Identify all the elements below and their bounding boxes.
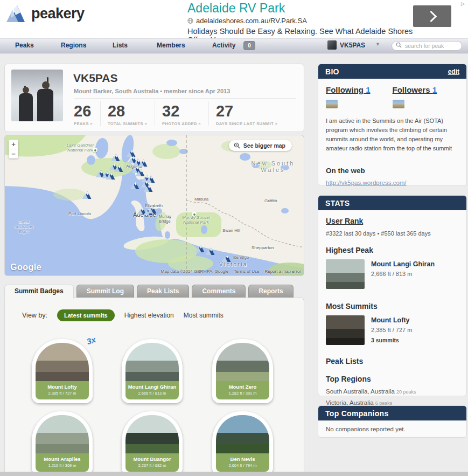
follower-user-thumb[interactable] — [393, 100, 404, 108]
activity-count-badge[interactable]: 0 — [243, 41, 255, 50]
zoom-out-button[interactable]: − — [9, 149, 18, 158]
google-logo[interactable]: Google — [10, 263, 41, 272]
badge-photo — [125, 415, 179, 453]
peak-marker-icon[interactable] — [82, 191, 92, 202]
peak-marker-icon[interactable] — [130, 181, 140, 192]
badge-band: Mount Zero 1,282 ft / 391 m — [216, 381, 269, 399]
user-menu[interactable]: VK5PAS — [340, 42, 365, 49]
tab-summit-badges[interactable]: Summit Badges — [4, 285, 74, 299]
profile-subtitle: Mount Barker, South Australia • member s… — [74, 88, 230, 94]
magnifier-plus-icon — [234, 142, 240, 149]
badge-name: Mount Buangor — [125, 456, 179, 462]
top-regions-heading: Top Regions — [326, 375, 459, 383]
terms-of-use-link[interactable]: Terms of Use — [234, 269, 259, 274]
highest-peak-name[interactable]: Mount Langi Ghiran — [371, 260, 435, 268]
highest-peak-photo[interactable] — [326, 259, 365, 289]
stat-photos-added[interactable]: 32 PHOTOS ADDED » — [162, 101, 209, 126]
ad-url-row: adelaideshores.com.au/RV.Park.SA — [187, 17, 414, 25]
view-by-latest-summits[interactable]: Latest summits — [57, 309, 115, 321]
stat-peaks[interactable]: 26 PEAKS » — [74, 101, 101, 126]
summit-badge-mount-zero[interactable]: Mount Zero 1,282 ft / 391 m — [212, 339, 273, 403]
edit-bio-link[interactable]: edit — [448, 68, 459, 75]
zoom-in-button[interactable]: + — [9, 140, 18, 149]
summit-badge-mount-lofty[interactable]: 3x Mount Lofty 2,385 ft / 727 m — [32, 339, 93, 403]
ad-next-button[interactable] — [413, 5, 451, 27]
peak-marker-icon[interactable] — [221, 254, 232, 265]
nav-item-members[interactable]: Members — [157, 42, 185, 49]
user-rank-link[interactable]: User Rank — [326, 217, 363, 225]
badge-multiplier: 3x — [86, 335, 97, 346]
badge-elevation: 1,210 ft / 369 m — [36, 463, 89, 468]
photo-figure-head — [23, 87, 29, 93]
mountain-logo-icon — [5, 3, 28, 24]
view-by-highest-elevation[interactable]: Highest elevation — [124, 312, 174, 319]
stat-value: 32 — [162, 103, 201, 119]
summit-badge-ben-nevis[interactable]: Ben Nevis 2,604 ft / 794 m — [212, 411, 273, 475]
chevron-down-icon[interactable]: ▼ — [375, 42, 380, 47]
badge-elevation: 2,385 ft / 727 m — [36, 391, 89, 396]
tab-comments[interactable]: Comments — [192, 285, 246, 298]
most-summits-count: 3 summits — [371, 337, 412, 343]
followers-link[interactable]: Followers 1 — [393, 85, 437, 94]
peak-marker-icon[interactable] — [143, 184, 153, 195]
peak-marker-icon[interactable] — [147, 205, 157, 216]
following-label: Following — [326, 85, 366, 94]
photo-figure-head — [42, 81, 50, 89]
nav-item-activity[interactable]: Activity — [212, 42, 235, 49]
summit-badge-mount-arapiles[interactable]: Mount Arapiles 1,210 ft / 369 m — [32, 411, 93, 475]
map-zoom-control: + − — [9, 140, 18, 158]
highest-peak-info: Mount Langi Ghiran 2,666 ft / 813 m — [371, 259, 435, 289]
profile-photo[interactable] — [11, 70, 63, 121]
globe-icon — [187, 18, 193, 24]
most-summits-peak-name[interactable]: Mount Lofty — [371, 316, 412, 324]
ad-title-link[interactable]: Adelaide RV Park — [187, 1, 414, 15]
stats-card: STATS User Rank #3322 last 30 days • #55… — [318, 195, 467, 396]
top-companions-card: Top Companions No companions reported ye… — [318, 405, 467, 438]
nav-item-peaks[interactable]: Peaks — [15, 42, 34, 49]
highest-peak-elevation: 2,666 ft / 813 m — [371, 271, 435, 277]
following-user-thumb[interactable] — [326, 100, 338, 108]
peakery-logo[interactable]: peakery — [5, 3, 85, 24]
following-count: 1 — [366, 85, 370, 94]
following-column: Following 1 — [326, 85, 393, 108]
peak-marker-icon[interactable] — [195, 244, 205, 255]
badge-elevation: 2,666 ft / 813 m — [125, 391, 179, 396]
badge-name: Mount Zero — [216, 384, 269, 390]
report-map-error-link[interactable]: Report a map error — [264, 269, 301, 274]
nav-item-lists[interactable]: Lists — [113, 42, 128, 49]
view-by-row: View by: Latest summits Highest elevatio… — [22, 309, 223, 321]
summit-badge-mount-buangor[interactable]: Mount Buangor 2,237 ft / 682 m — [122, 411, 183, 475]
top-companions-header: Top Companions — [318, 406, 466, 420]
view-by-label: View by: — [22, 312, 47, 319]
badge-name: Ben Nevis — [216, 456, 269, 462]
peak-marker-icon[interactable] — [106, 171, 116, 182]
badge-name: Mount Arapiles — [36, 456, 89, 462]
user-avatar[interactable] — [327, 40, 337, 50]
peaks-map[interactable]: Lake Gairdner National Park Port Augusta… — [4, 135, 304, 276]
see-bigger-map-button[interactable]: See bigger map — [229, 140, 292, 151]
tab-reports[interactable]: Reports — [248, 285, 293, 298]
view-by-most-summits[interactable]: Most summits — [184, 312, 223, 319]
bio-card: BIO edit Following 1 Followers 1 I am ac… — [318, 64, 467, 186]
bio-website-link[interactable]: http://vk5pas.wordpress.com/ — [326, 180, 459, 186]
tab-peak-lists[interactable]: Peak Lists — [137, 285, 189, 298]
stat-days-since[interactable]: 27 DAYS SINCE LAST SUMMIT » — [216, 101, 285, 126]
peak-marker-icon[interactable] — [205, 247, 215, 258]
search-input[interactable] — [392, 41, 462, 51]
nav-item-regions[interactable]: Regions — [61, 42, 86, 49]
summit-badge-mount-langi-ghiran[interactable]: Mount Langi Ghiran 2,666 ft / 813 m — [122, 339, 183, 403]
tab-summit-log[interactable]: Summit Log — [76, 285, 134, 298]
badge-elevation: 1,282 ft / 391 m — [216, 391, 269, 396]
stat-value: 27 — [216, 103, 277, 119]
badge-photo — [125, 343, 179, 381]
adchoices-icon[interactable]: ▷ — [461, 1, 466, 6]
following-link[interactable]: Following 1 — [326, 85, 371, 94]
region-south-australia[interactable]: South Australia, Australia 20 peaks — [326, 388, 459, 395]
user-rank-value: #3322 last 30 days • #550 last 365 days — [326, 230, 459, 237]
stat-total-summits[interactable]: 28 TOTAL SUMMITS » — [108, 101, 155, 126]
bio-text: I am active in the Summits on the Air (S… — [326, 116, 460, 153]
chevron-right-icon — [425, 10, 437, 22]
most-summits-photo[interactable] — [326, 315, 365, 345]
ad-url[interactable]: adelaideshores.com.au/RV.Park.SA — [196, 17, 307, 25]
summit-badges-panel: View by: Latest summits Highest elevatio… — [4, 297, 304, 475]
